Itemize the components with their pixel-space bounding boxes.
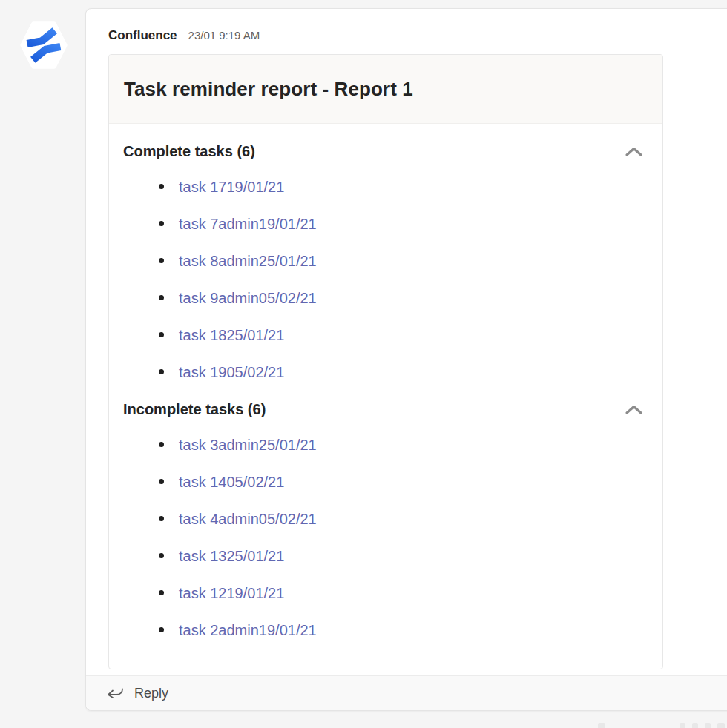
reply-label: Reply [134, 686, 168, 701]
task-list-item: task 2admin19/01/21 [123, 612, 648, 649]
task-link[interactable]: task 1219/01/21 [179, 585, 284, 602]
task-list-item: task 4admin05/02/21 [123, 500, 648, 537]
task-list-item: task 7admin19/01/21 [123, 205, 648, 242]
task-link[interactable]: task 2admin19/01/21 [179, 622, 317, 639]
task-list-item: task 8admin25/01/21 [123, 242, 648, 279]
card-title-band: Task reminder report - Report 1 [109, 55, 662, 124]
task-link[interactable]: task 7admin19/01/21 [179, 216, 317, 233]
section-header-complete: Complete tasks (6) [123, 140, 648, 162]
task-list-item: task 1905/02/21 [123, 354, 648, 391]
complete-task-list: task 1719/01/21 task 7admin19/01/21 task… [123, 168, 648, 391]
task-link[interactable]: task 1719/01/21 [179, 179, 284, 196]
task-list-item: task 1325/01/21 [123, 537, 648, 575]
clipped-content-below [692, 723, 698, 728]
task-list-item: task 1825/01/21 [123, 317, 648, 354]
confluence-logo-icon [20, 21, 68, 69]
task-link[interactable]: task 4admin05/02/21 [179, 511, 317, 528]
task-list-item: task 1719/01/21 [123, 168, 648, 205]
message-timestamp: 23/01 9:19 AM [188, 29, 260, 42]
card-title: Task reminder report - Report 1 [124, 78, 413, 101]
card-body: Complete tasks (6) task 1719/01/21 task … [109, 124, 662, 649]
message-header: Confluence 23/01 9:19 AM [108, 28, 260, 43]
task-link[interactable]: task 1825/01/21 [179, 327, 284, 344]
task-list-item: task 1219/01/21 [123, 575, 648, 612]
incomplete-task-list: task 3admin25/01/21 task 1405/02/21 task… [123, 426, 648, 649]
confluence-avatar[interactable] [20, 21, 68, 69]
task-link[interactable]: task 8admin25/01/21 [179, 253, 317, 270]
task-link[interactable]: task 1325/01/21 [179, 548, 284, 565]
collapse-incomplete-button[interactable] [622, 401, 646, 418]
task-link[interactable]: task 1405/02/21 [179, 474, 284, 491]
section-heading: Complete tasks (6) [123, 143, 255, 160]
task-list-item: task 3admin25/01/21 [123, 426, 648, 463]
clipped-content-below [680, 723, 685, 728]
section-header-incomplete: Incomplete tasks (6) [123, 398, 648, 420]
reply-bar[interactable]: Reply [86, 675, 727, 710]
chevron-up-icon [625, 404, 643, 415]
section-heading: Incomplete tasks (6) [123, 401, 266, 418]
task-list-item: task 9admin05/02/21 [123, 279, 648, 317]
message-bubble: Confluence 23/01 9:19 AM Task reminder r… [85, 8, 727, 711]
clipped-content-below [717, 723, 725, 728]
task-link[interactable]: task 1905/02/21 [179, 364, 284, 381]
task-link[interactable]: task 3admin25/01/21 [179, 437, 317, 454]
task-list-item: task 1405/02/21 [123, 463, 648, 500]
reply-arrow-icon [105, 685, 125, 701]
task-report-card: Task reminder report - Report 1 Complete… [108, 54, 663, 669]
clipped-content-below [598, 723, 605, 728]
task-link[interactable]: task 9admin05/02/21 [179, 290, 317, 307]
sender-name[interactable]: Confluence [108, 28, 177, 43]
clipped-content-below [705, 723, 711, 728]
collapse-complete-button[interactable] [622, 143, 646, 160]
chevron-up-icon [625, 146, 643, 157]
